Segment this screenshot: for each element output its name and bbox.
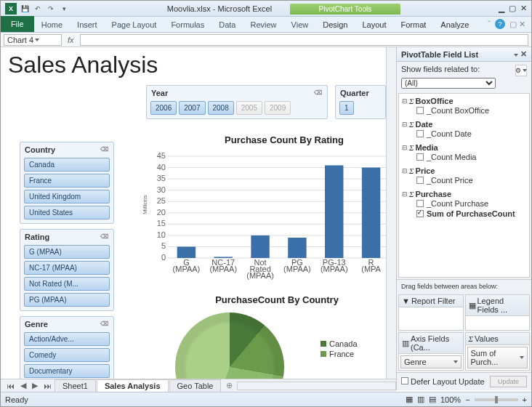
field-item[interactable]: Sum of PurchaseCount [416, 209, 526, 219]
field-item[interactable]: _Count Purchase [416, 198, 526, 209]
field-group[interactable]: Σ Media [402, 143, 526, 152]
zoom-slider[interactable] [475, 398, 518, 401]
maximize-icon[interactable]: ▢ [509, 4, 516, 13]
slicer-item[interactable]: 2009 [265, 101, 291, 115]
slicer-item[interactable]: 2006 [150, 101, 177, 115]
fx-icon[interactable]: fx [65, 36, 77, 44]
pane-close-icon[interactable]: ✕ [520, 49, 527, 58]
slicer-item[interactable]: G (MPAA) [24, 245, 110, 259]
slicer-rating[interactable]: Rating⌫ G (MPAA)NC-17 (MPAA)Not Rated (M… [20, 229, 114, 311]
file-tab[interactable]: File [1, 16, 34, 32]
sheet-tab-sheet1[interactable]: Sheet1 [55, 379, 96, 392]
tab-view[interactable]: View [284, 17, 316, 32]
axis-field-item[interactable]: Genre [400, 355, 462, 368]
help-icon[interactable]: ? [495, 19, 505, 29]
zone-legend-fields[interactable]: ▦Legend Fields ... [465, 294, 531, 331]
gear-icon[interactable]: ⚙ [515, 65, 527, 76]
tab-layout[interactable]: Layout [355, 17, 393, 32]
slicer-item[interactable]: Not Rated (M... [24, 277, 110, 291]
tab-format[interactable]: Format [393, 17, 433, 32]
tab-insert[interactable]: Insert [70, 17, 105, 32]
field-tree[interactable]: Σ BoxOffice_Count BoxOfficeΣ Date_Count … [398, 93, 530, 278]
clear-filter-icon[interactable]: ⌫ [100, 321, 109, 328]
slicer-quarter[interactable]: Quarter 1 [335, 85, 386, 119]
zone-axis-fields[interactable]: ▥Axis Fields (Ca... Genre [398, 332, 464, 371]
worksheet-area[interactable]: Sales Analysis Year⌫ 2006200720082005200… [1, 47, 396, 390]
field-checkbox[interactable] [416, 130, 424, 137]
slicer-genre[interactable]: Genre⌫ Action/Adve...ComedyDocumentaryDr… [20, 316, 114, 389]
slicer-item[interactable]: United States [24, 206, 110, 219]
minimize-icon[interactable]: ▁ [499, 4, 504, 13]
horizontal-scrollbar[interactable] [237, 382, 396, 390]
save-icon[interactable]: 💾 [20, 4, 30, 14]
field-group[interactable]: Σ Price [402, 166, 526, 175]
zone-report-filter[interactable]: ▼Report Filter [398, 294, 464, 331]
tab-page-layout[interactable]: Page Layout [105, 17, 164, 32]
field-item[interactable]: _Count Date [416, 129, 526, 139]
formula-bar[interactable] [80, 34, 528, 46]
slicer-item[interactable]: Comedy [24, 348, 110, 362]
sheet-nav-prev-icon[interactable]: ◀ [17, 381, 29, 390]
tab-review[interactable]: Review [243, 17, 283, 32]
view-normal-icon[interactable]: ▦ [406, 395, 413, 404]
view-page-break-icon[interactable]: ▤ [429, 395, 436, 404]
field-group[interactable]: Σ Purchase [402, 190, 526, 198]
slicer-item[interactable]: Action/Adve... [24, 332, 110, 346]
sheet-tab-sales-analysis[interactable]: Sales Analysis [97, 379, 169, 392]
zoom-level[interactable]: 100% [440, 395, 461, 404]
new-sheet-icon[interactable]: ⊕ [222, 381, 237, 390]
defer-update-checkbox[interactable]: Defer Layout Update [401, 377, 485, 386]
slicer-item[interactable]: Canada [24, 158, 110, 172]
update-button[interactable]: Update [490, 376, 527, 387]
slicer-item[interactable]: Documentary [24, 364, 110, 378]
slicer-item[interactable]: NC-17 (MPAA) [24, 261, 110, 275]
window-controls-icon[interactable]: ▢ ✕ [509, 20, 525, 29]
undo-icon[interactable]: ↶ [33, 4, 43, 14]
show-fields-select[interactable]: (All) [401, 78, 496, 89]
slicer-item[interactable]: PG (MPAA) [24, 293, 110, 307]
field-item[interactable]: _Count Price [416, 175, 526, 185]
slicer-country[interactable]: Country⌫ CanadaFranceUnited KingdomUnite… [20, 142, 114, 224]
field-group[interactable]: Σ BoxOffice [402, 97, 526, 105]
values-field-item[interactable]: Sum of Purch... [467, 347, 528, 368]
qat-more-icon[interactable]: ▾ [59, 4, 69, 14]
tab-data[interactable]: Data [211, 17, 243, 32]
clear-filter-icon[interactable]: ⌫ [100, 146, 109, 153]
sheet-tab-geo-table[interactable]: Geo Table [169, 379, 222, 392]
field-checkbox[interactable] [416, 153, 424, 161]
zone-values[interactable]: ΣValues Sum of Purch... [465, 332, 531, 371]
slicer-year[interactable]: Year⌫ 20062007200820052009 [146, 85, 328, 119]
field-item[interactable]: _Count BoxOffice [416, 105, 526, 116]
vertical-scrollbar[interactable] [386, 47, 396, 390]
slicer-item[interactable]: France [24, 174, 110, 188]
slicer-item[interactable]: 2005 [236, 101, 262, 115]
slicer-item[interactable]: 2008 [208, 101, 234, 115]
field-checkbox[interactable] [416, 200, 424, 207]
slicer-item[interactable]: 2007 [179, 101, 205, 115]
tab-home[interactable]: Home [34, 17, 70, 32]
redo-icon[interactable]: ↷ [46, 4, 56, 14]
zoom-out-icon[interactable]: − [465, 395, 469, 404]
sheet-nav-last-icon[interactable]: ⏭ [41, 382, 55, 390]
clear-filter-icon[interactable]: ⌫ [314, 89, 323, 97]
view-page-layout-icon[interactable]: ▥ [417, 395, 424, 404]
clear-filter-icon[interactable]: ⌫ [100, 233, 109, 241]
tab-design[interactable]: Design [315, 17, 355, 32]
tab-formulas[interactable]: Formulas [164, 17, 211, 32]
field-group[interactable]: Σ Date [402, 120, 526, 129]
field-checkbox[interactable] [416, 177, 424, 184]
field-checkbox[interactable] [416, 210, 424, 217]
close-icon[interactable]: ✕ [520, 4, 527, 13]
sheet-nav-first-icon[interactable]: ⏮ [4, 382, 17, 390]
minimize-ribbon-icon[interactable]: ˇ [488, 20, 491, 28]
name-box[interactable]: Chart 4 [4, 34, 62, 46]
zoom-in-icon[interactable]: + [523, 395, 527, 404]
excel-icon[interactable]: X [5, 3, 17, 15]
slicer-item[interactable]: 1 [339, 101, 354, 115]
tab-analyze[interactable]: Analyze [433, 17, 476, 32]
pane-menu-icon[interactable] [514, 54, 518, 57]
field-checkbox[interactable] [416, 107, 424, 114]
slicer-item[interactable]: United Kingdom [24, 190, 110, 204]
sheet-nav-next-icon[interactable]: ▶ [29, 381, 41, 390]
field-item[interactable]: _Count Media [416, 152, 526, 162]
